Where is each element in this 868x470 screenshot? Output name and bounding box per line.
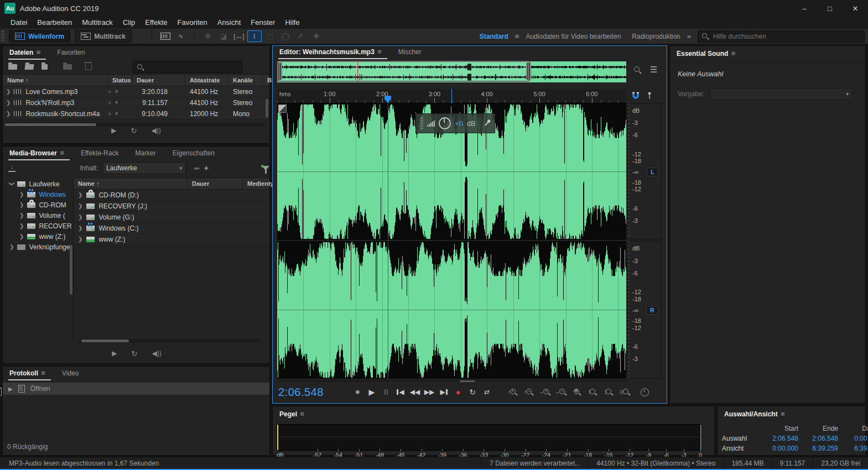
back-icon[interactable]: ⬅ [194,164,200,173]
tab-pegel[interactable]: Pegel ≡ [278,408,310,420]
ibeam-tool-icon[interactable]: I [247,30,262,42]
media-loop-icon[interactable]: ↻ [132,349,138,358]
files-search-input[interactable] [147,62,238,71]
drive-row[interactable]: ❯Windows (C:) [74,223,269,234]
drive-row[interactable]: ❯Volume (G:) [74,212,269,223]
tree-verknuepfungen[interactable]: ❯ Verknüpfunge [3,242,73,252]
menu-hilfe[interactable]: Hilfe [280,17,304,29]
tab-auswahl-ansicht[interactable]: Auswahl/Ansicht ≡ [723,408,791,420]
zoom-reset-button[interactable]: ✥ [570,386,584,398]
ansicht-start[interactable]: 0:00.000 [756,445,798,452]
marker-pin-icon[interactable] [646,91,653,102]
loop-playback-button[interactable]: ↻ [465,385,480,399]
filter-icon[interactable] [262,166,269,170]
rewind-button[interactable]: ◀◀ [408,385,422,399]
tab-mischer[interactable]: Mischer [397,46,427,59]
zoom-in-right-edge-button[interactable]: ⟩ [602,386,616,398]
fade-in-handle[interactable] [278,105,287,113]
tab-protokoll[interactable]: Protokoll ≡ [8,367,51,380]
lasso-tool-icon[interactable]: ◯ [278,30,293,42]
tree-recovery[interactable]: ❯ RECOVER [3,221,73,231]
files-autoplay-icon[interactable]: ◀)) [151,127,160,134]
record-button[interactable]: ● [451,385,465,399]
zoom-out-time-button[interactable]: ↔− [554,386,568,398]
tree-volume[interactable]: ❯ Volume ( [3,210,73,221]
expand-chevron-icon[interactable]: ❯ [6,111,11,117]
healing-brush-tool-icon[interactable]: ✚ [309,30,324,42]
range-right-handle[interactable] [526,62,531,80]
waveform-display-icon[interactable] [158,30,173,42]
file-row[interactable]: ❯Rock'N'Roll.mp3 ○ × 9:11.157 44100 Hz S… [3,97,269,108]
playhead-marker[interactable] [384,96,391,103]
zoom-in-amplitude-button[interactable]: ↕+ [506,386,519,398]
zoom-to-selection-button[interactable]: ⟨⟩ [618,386,632,398]
drive-row[interactable]: ❯www (Z:) [74,234,269,245]
files-play-icon[interactable]: ▶ [111,127,116,134]
menu-datei[interactable]: Datei [6,17,32,29]
col-kanaele[interactable]: Kanäle [228,75,263,86]
workspace-audiodaten[interactable]: Audiodaten für Video bearbeiten [521,33,625,40]
editor-panel-menu-icon[interactable]: ≡ [377,48,382,56]
ansicht-dauer[interactable]: 6:39.259 [838,445,868,452]
marquee-tool-icon[interactable]: ⬚ [263,30,277,42]
paintbrush-tool-icon[interactable]: ✐ [294,30,308,42]
auswahl-dauer[interactable]: 0:00.000 [838,435,868,442]
export-icon[interactable] [63,64,72,70]
vorgabe-dropdown[interactable]: ▾ [710,88,853,100]
media-autoplay-icon[interactable]: ◀)) [152,349,161,357]
selection-panel-menu-icon[interactable]: ≡ [781,410,785,418]
chevron-icon[interactable]: ❯ [19,223,24,229]
tree-laufwerke[interactable]: ❯ Laufwerke [3,179,73,189]
chevron-icon[interactable]: ❯ [19,202,24,208]
skip-to-start-button[interactable]: ◀ [393,385,408,399]
gain-hud[interactable]: +0 dB [415,113,495,133]
chevron-icon[interactable]: ❯ [78,214,82,220]
files-hscrollbar[interactable] [5,123,265,127]
auswahl-ende[interactable]: 2:06.548 [798,435,838,442]
chevron-icon[interactable]: ❯ [19,191,24,197]
menu-clip[interactable]: Clip [118,17,140,29]
chevron-icon[interactable]: ❯ [9,181,15,186]
zoom-out-amplitude-button[interactable]: ↕− [522,386,536,398]
pause-button[interactable] [379,385,393,399]
time-ruler[interactable]: hms 1:00 2:00 3:00 4:00 5:00 6:00 [277,89,626,103]
zoom-in-time-button[interactable]: ↔+ [538,386,552,398]
maximize-icon[interactable]: □ [817,0,843,17]
tab-favoriten[interactable]: Favoriten [56,46,90,60]
tab-dateien[interactable]: Dateien ≡ [8,46,46,60]
waveform-right-channel[interactable] [277,241,626,379]
col-status[interactable]: Status [108,75,132,86]
left-channel-badge[interactable]: L [647,168,658,176]
stop-button[interactable]: ■ [350,385,365,399]
protokoll-open-row[interactable]: ▶ Öffnen [3,383,269,395]
skip-to-end-button[interactable]: ▶ [436,385,451,399]
tab-eigenschaften[interactable]: Eigenschaften [171,147,220,160]
wellenform-button[interactable]: Wellenform [9,30,70,43]
spectral-display-icon[interactable]: ∿ [174,30,188,42]
col-dauer[interactable]: Dauer [132,75,185,86]
files-delete-icon[interactable] [85,64,92,70]
razor-tool-icon[interactable]: ◪ [216,30,231,42]
tab-video[interactable]: Video [61,367,84,380]
mcol-dauer[interactable]: Dauer [188,178,243,189]
play-button[interactable]: ▶ [365,385,379,399]
chevron-icon[interactable]: ❯ [78,203,82,209]
time-display[interactable]: 2:06.548 [273,386,350,399]
new-content-icon[interactable] [41,64,48,70]
menu-ansicht[interactable]: Ansicht [212,17,246,29]
overview-strip[interactable] [277,61,626,82]
gain-knob-icon[interactable] [439,117,451,129]
menu-effekte[interactable]: Effekte [140,17,172,29]
skip-selection-button[interactable]: ⇄ [480,385,494,399]
help-search-box[interactable] [698,30,865,43]
col-name[interactable]: Name ↑ [3,75,108,86]
timer-icon[interactable] [638,386,651,398]
tree-www[interactable]: ❯ www (Z:) [3,231,73,242]
import-file-icon[interactable] [24,64,34,70]
col-abtastrate[interactable]: Abtastrate [185,75,228,86]
expand-chevron-icon[interactable]: ❯ [6,88,11,95]
tab-editor[interactable]: Editor: Weihnachtsmusik.mp3 ≡ [278,45,387,59]
minimize-icon[interactable]: – [792,0,817,17]
pegel-panel-menu-icon[interactable]: ≡ [300,410,304,418]
tree-vscrollbar[interactable] [69,245,73,306]
